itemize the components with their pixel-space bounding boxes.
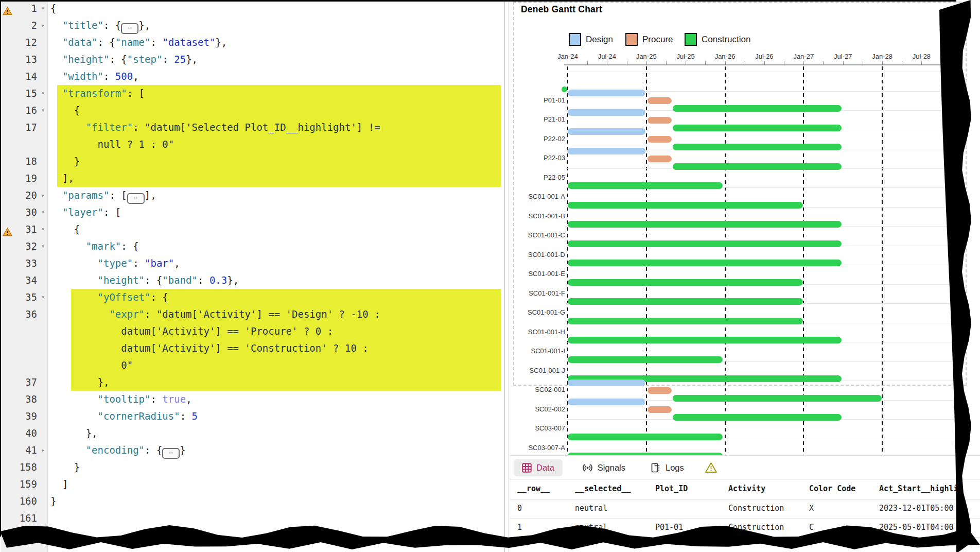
gantt-bar[interactable] (568, 298, 803, 305)
gantt-bar[interactable] (568, 399, 645, 405)
code-line[interactable]: 35▾ "yOffset": { (1, 289, 503, 306)
tab-logs[interactable]: Logs (645, 459, 689, 477)
code-line[interactable]: 19 ], (1, 170, 503, 187)
fold-open-icon[interactable]: ▾ (39, 0, 47, 17)
gantt-bar[interactable] (673, 144, 842, 150)
collapsed-fold-icon[interactable]: ↔ (127, 193, 145, 204)
gantt-bar[interactable] (568, 128, 645, 135)
code-line[interactable]: datum['Activity'] == 'Procure' ? 0 : (1, 323, 503, 340)
gantt-bar[interactable] (673, 414, 842, 421)
code-token: : (103, 71, 115, 82)
axis-tick-label: Jul-26 (755, 53, 773, 60)
line-number: 18 (1, 153, 37, 170)
axis-tick-label: Jan-27 (793, 53, 814, 60)
line-number: 41 (1, 442, 37, 459)
code-line[interactable]: 37 }, (1, 374, 503, 391)
gantt-bar[interactable] (568, 182, 723, 189)
code-line[interactable]: 40 }, (1, 425, 503, 442)
tab-signals[interactable]: Signals (577, 459, 631, 477)
gantt-bar[interactable] (647, 97, 672, 104)
gantt-bar[interactable] (568, 434, 723, 440)
code-line[interactable]: 1▾{ (1, 0, 503, 17)
code-line[interactable]: 158 } (1, 459, 503, 476)
line-number: 17 (1, 119, 37, 136)
gantt-bar[interactable] (673, 105, 842, 112)
code-text: "cornerRadius": 5 (50, 408, 198, 425)
gantt-bar[interactable] (647, 406, 672, 413)
code-token: "title" (62, 20, 103, 31)
code-line[interactable]: 15▾ "transform": [ (1, 85, 503, 102)
gantt-bar[interactable] (647, 136, 672, 143)
code-text: "title": {↔}, (50, 17, 150, 34)
code-line[interactable]: 17 "filter": "datum['Selected Plot_ID__h… (1, 119, 503, 136)
code-line[interactable]: 32▾ "mark": { (1, 238, 503, 255)
legend-label: Construction (702, 34, 750, 45)
legend-label: Design (586, 34, 613, 45)
fold-open-icon[interactable]: ▾ (39, 85, 47, 102)
code-token (50, 308, 109, 320)
gantt-bar[interactable] (647, 156, 672, 162)
code-line[interactable]: datum['Activity'] == 'Construction' ? 10… (1, 340, 503, 357)
code-line[interactable]: 12 "data": {"name": "dataset"}, (1, 34, 503, 51)
gantt-dot[interactable] (562, 87, 567, 92)
gantt-bar[interactable] (568, 318, 803, 324)
gantt-bar[interactable] (568, 380, 645, 386)
gantt-bar[interactable] (568, 356, 723, 363)
axis-tick (784, 61, 784, 64)
axis-tick (686, 61, 686, 65)
code-line[interactable]: 31▾ { (1, 221, 503, 238)
axis-tick-label: Jul-24 (598, 53, 616, 60)
fold-open-icon[interactable]: ▾ (39, 204, 47, 221)
gantt-bar[interactable] (568, 337, 842, 343)
fold-closed-icon[interactable]: ▸ (39, 187, 47, 204)
fold-closed-icon[interactable]: ▸ (39, 442, 47, 459)
fold-open-icon[interactable]: ▾ (39, 289, 47, 306)
gantt-bar[interactable] (673, 125, 842, 131)
fold-open-icon[interactable]: ▾ (39, 221, 47, 238)
gantt-bar[interactable] (673, 163, 842, 170)
code-line[interactable]: 36 "expr": "datum['Activity'] == 'Design… (1, 306, 503, 323)
code-token: "width" (62, 71, 103, 82)
gantt-bar[interactable] (568, 221, 842, 228)
code-line[interactable]: 13 "height": {"step": 25}, (1, 51, 503, 68)
code-line[interactable]: 38 "tooltip": true, (1, 391, 503, 408)
json-editor[interactable]: 1▾{2▸ "title": {↔},12 "data": {"name": "… (1, 0, 503, 552)
code-token: }, (50, 427, 98, 439)
code-line[interactable]: 41▸ "encoding": {↔} (1, 442, 503, 459)
column-header: Activity (728, 479, 765, 498)
gantt-bar[interactable] (568, 202, 803, 209)
axis-tick (823, 61, 824, 64)
code-line[interactable]: 33 "type": "bar", (1, 255, 503, 272)
code-line[interactable]: 159 ] (1, 476, 503, 493)
gantt-bar[interactable] (568, 240, 842, 247)
code-line[interactable]: 18 } (1, 153, 503, 170)
collapsed-fold-icon[interactable]: ↔ (162, 448, 180, 459)
code-line[interactable]: 39 "cornerRadius": 5 (1, 408, 503, 425)
fold-open-icon[interactable]: ▾ (39, 102, 47, 119)
gantt-bar[interactable] (647, 387, 672, 394)
gantt-bar[interactable] (568, 109, 645, 116)
gantt-bar[interactable] (568, 279, 803, 286)
code-token: datum['Activity'] == 'Construction' ? 10… (121, 342, 368, 354)
pane-splitter[interactable] (503, 0, 510, 552)
code-line[interactable]: 16▾ { (1, 102, 503, 119)
code-line[interactable]: 0" (1, 357, 503, 374)
code-line[interactable]: 2▸ "title": {↔}, (1, 17, 503, 34)
code-line[interactable]: null ? 1 : 0" (1, 136, 503, 153)
code-text: 0" (50, 357, 133, 374)
gantt-bar[interactable] (673, 395, 882, 402)
code-line[interactable]: 20▸ "params": [↔], (1, 187, 503, 204)
gantt-bar[interactable] (568, 260, 842, 266)
gantt-bar[interactable] (568, 148, 645, 154)
gantt-bar[interactable] (647, 117, 672, 124)
code-line[interactable]: 30▾ "layer": [ (1, 204, 503, 221)
fold-open-icon[interactable]: ▾ (39, 238, 47, 255)
code-token: "filter" (86, 122, 133, 133)
collapsed-fold-icon[interactable]: ↔ (121, 23, 138, 34)
gantt-bar[interactable] (568, 90, 645, 96)
code-line[interactable]: 160} (1, 493, 503, 510)
fold-closed-icon[interactable]: ▸ (39, 17, 47, 34)
code-line[interactable]: 14 "width": 500, (1, 68, 503, 85)
code-line[interactable]: 34 "height": {"band": 0.3}, (1, 272, 503, 289)
tab-data[interactable]: Data (514, 459, 563, 476)
